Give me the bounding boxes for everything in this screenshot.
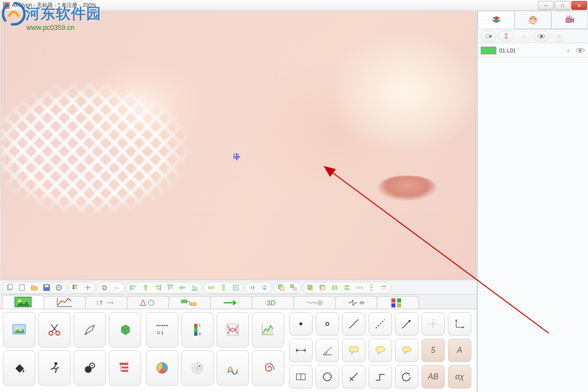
tool-thought-gear[interactable] [74, 350, 106, 386]
shape-dashed-line[interactable] [368, 312, 392, 336]
shape-line[interactable] [342, 312, 366, 336]
shape-angle[interactable] [316, 339, 339, 362]
tool-paint-bucket[interactable] [3, 350, 35, 386]
rotate-dropdown[interactable] [111, 283, 122, 293]
space-h-button[interactable] [354, 283, 365, 293]
tool-radar-chart[interactable] [181, 350, 214, 386]
settings-button[interactable] [53, 283, 64, 293]
tool-grid-plot[interactable] [217, 312, 249, 347]
shape-callout-round2[interactable] [395, 339, 418, 362]
tool-axis-01[interactable]: 0 1 [146, 312, 178, 347]
grid-button[interactable] [70, 283, 81, 293]
flip-h-button[interactable] [247, 283, 258, 293]
svg-point-107 [530, 18, 532, 19]
tool-pie-chart[interactable] [146, 350, 178, 386]
shape-diag-cross[interactable] [342, 365, 366, 389]
space-v-button[interactable] [366, 283, 377, 293]
new-button[interactable] [17, 283, 27, 293]
same-size-button[interactable] [378, 283, 389, 293]
svg-rect-72 [392, 303, 395, 307]
center-canvas-button[interactable] [230, 283, 241, 293]
group-button[interactable] [276, 283, 287, 293]
shape-dimension[interactable] [289, 339, 313, 362]
tab-arrow[interactable] [210, 296, 252, 309]
maximize-button[interactable]: □ [555, 1, 570, 10]
ungroup-button[interactable] [288, 283, 299, 293]
close-button[interactable]: ✕ [571, 1, 587, 10]
svg-rect-32 [208, 286, 210, 289]
shape-text-alpha[interactable]: αχ [448, 365, 471, 389]
tab-elec[interactable] [335, 296, 377, 309]
svg-rect-11 [73, 287, 74, 289]
align-middle-button[interactable] [177, 283, 188, 293]
color-tab-icon [388, 298, 408, 307]
shape-crosshair[interactable] [421, 312, 445, 336]
rotate-button[interactable] [99, 283, 110, 293]
open-button[interactable] [29, 283, 40, 293]
tool-3d-cube[interactable] [109, 312, 141, 347]
minimize-button[interactable]: ─ [538, 1, 554, 10]
panel-tab-animation[interactable] [551, 11, 588, 29]
tool-spiral[interactable] [252, 350, 284, 386]
dist-v-button[interactable] [218, 283, 229, 293]
align-top-button[interactable] [165, 283, 175, 293]
dist-h-button[interactable] [206, 283, 217, 293]
shape-arc-ccw[interactable] [395, 365, 418, 389]
layer-down-icon[interactable] [564, 47, 572, 54]
tab-text[interactable]: T [85, 296, 127, 309]
flip-v-button[interactable] [259, 283, 270, 293]
tab-image[interactable] [2, 295, 44, 309]
palette-group-1 [3, 312, 141, 389]
tab-mech[interactable] [294, 296, 336, 309]
tab-3d[interactable]: 3D [252, 296, 294, 309]
shape-circle[interactable] [316, 365, 339, 389]
tool-line-chart[interactable] [252, 312, 284, 347]
align-right-button[interactable] [152, 283, 163, 293]
tab-color[interactable] [377, 296, 419, 309]
send-back-button[interactable] [317, 283, 328, 293]
shape-circle-small[interactable] [316, 312, 339, 336]
panel-tab-palette[interactable] [514, 11, 551, 29]
layer-item[interactable]: 01.L01 [478, 43, 588, 58]
align-bottom-button[interactable] [189, 283, 200, 293]
snap-button[interactable] [82, 283, 93, 293]
align-center-h-button[interactable] [140, 283, 151, 293]
tool-pen[interactable] [74, 312, 106, 347]
visibility-button[interactable] [534, 31, 549, 42]
shape-arrow-line[interactable] [395, 312, 418, 336]
shape-number-badge[interactable]: 5 [421, 339, 445, 362]
tool-running-figure[interactable] [38, 350, 71, 386]
shape-text-ab[interactable]: AB [421, 365, 445, 389]
save-button[interactable] [41, 283, 52, 293]
shape-corner-axis[interactable] [448, 312, 471, 336]
tab-chart[interactable] [44, 296, 86, 309]
tab-flow[interactable] [169, 296, 211, 309]
threed-tab-icon: 3D [263, 298, 283, 307]
same-width-button[interactable] [329, 283, 340, 293]
shape-letter-badge[interactable]: A [448, 339, 471, 362]
tool-hierarchy[interactable] [109, 350, 141, 386]
bring-front-button[interactable] [305, 283, 316, 293]
align-left-button[interactable] [128, 283, 139, 293]
anchor-layer-button[interactable] [498, 31, 514, 42]
tool-scissors[interactable] [38, 312, 71, 347]
panel-tab-layers[interactable] [478, 11, 514, 29]
shape-dot[interactable] [289, 312, 313, 336]
copy-button[interactable] [4, 283, 15, 293]
svg-rect-34 [213, 286, 214, 289]
tool-insert-image[interactable] [3, 312, 35, 347]
shape-step[interactable] [368, 365, 392, 389]
mech-tab-icon [305, 298, 324, 307]
canvas-area[interactable] [0, 11, 476, 280]
shape-callout-rect[interactable] [342, 339, 366, 362]
tab-shape[interactable] [127, 296, 169, 309]
shape-tab-icon [138, 298, 158, 307]
tool-colorbar[interactable]: 10 [181, 312, 214, 347]
shape-textbox[interactable] [289, 365, 313, 389]
add-layer-button[interactable] [481, 31, 496, 42]
layer-eye-icon[interactable] [575, 47, 585, 54]
layer-color-swatch[interactable] [481, 47, 496, 54]
tool-surface-plot[interactable] [217, 350, 249, 386]
shape-callout-round[interactable] [368, 339, 392, 362]
same-height-button[interactable] [342, 283, 352, 293]
